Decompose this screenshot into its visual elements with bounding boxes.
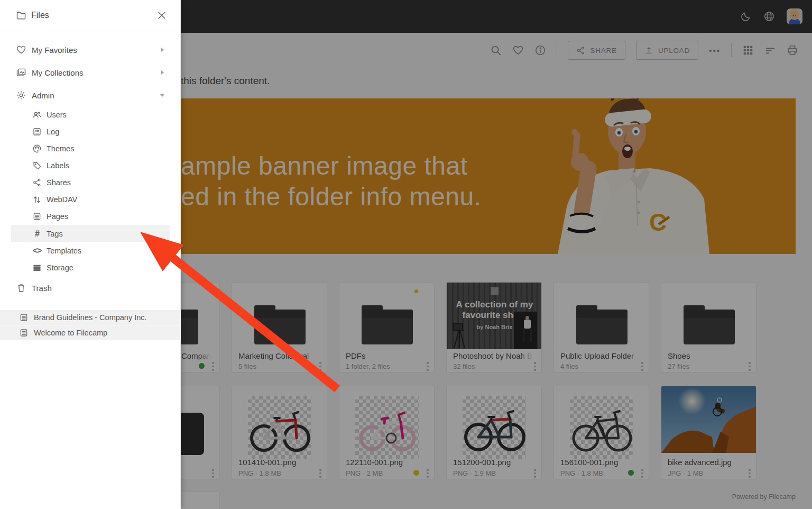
files-drawer: Files My Favorites My Collections — [0, 0, 181, 509]
log-icon — [32, 127, 42, 137]
sidebar-item-label: My Collections — [32, 68, 84, 77]
palette-icon — [32, 144, 42, 153]
code-icon: <> — [32, 246, 42, 256]
sidebar-item-shares[interactable]: Shares — [0, 174, 181, 191]
sidebar-item-label: Admin — [32, 91, 54, 100]
heart-icon — [16, 44, 26, 55]
share-icon — [32, 178, 42, 187]
sidebar-page-label: Welcome to Filecamp — [34, 329, 107, 337]
sidebar-item-label: Tags — [47, 230, 63, 238]
sidebar-item-my-collections[interactable]: My Collections — [0, 63, 181, 81]
tag-icon — [32, 161, 42, 170]
document-icon — [32, 212, 42, 221]
sidebar-item-label: Shares — [47, 178, 71, 187]
sidebar-item-label: WebDAV — [47, 195, 77, 204]
updown-arrows-icon — [32, 195, 42, 204]
sidebar-item-storage[interactable]: Storage — [0, 259, 181, 276]
trash-icon — [16, 283, 26, 293]
sidebar-item-log[interactable]: Log — [0, 123, 181, 140]
sidebar-page-brand-guidelines[interactable]: Brand Guidelines - Company Inc. — [0, 310, 181, 325]
sidebar-item-my-favorites[interactable]: My Favorites — [0, 41, 181, 59]
sidebar-item-trash[interactable]: Trash — [0, 279, 181, 297]
sidebar-item-label: Storage — [47, 263, 73, 272]
sidebar-item-label: Labels — [47, 161, 69, 170]
folder-outline-icon — [16, 10, 26, 21]
chevron-right-icon — [160, 70, 165, 75]
filecamp-app: SHARE UPLOAD ••• — [0, 0, 812, 509]
document-icon — [19, 313, 29, 322]
chevron-down-icon — [160, 93, 165, 98]
sidebar-page-label: Brand Guidelines - Company Inc. — [34, 313, 147, 322]
sidebar-item-label: Themes — [47, 144, 74, 153]
collections-icon — [16, 67, 26, 78]
chevron-right-icon — [160, 47, 165, 52]
close-icon[interactable] — [156, 10, 167, 21]
sidebar-item-label: My Favorites — [32, 46, 77, 54]
gear-icon — [16, 90, 26, 101]
storage-icon — [32, 263, 42, 272]
sidebar-page-welcome[interactable]: Welcome to Filecamp — [0, 325, 181, 340]
sidebar-item-webdav[interactable]: WebDAV — [0, 191, 181, 208]
sidebar-item-label: Trash — [32, 284, 52, 293]
sidebar-item-themes[interactable]: Themes — [0, 140, 181, 157]
drawer-header: Files — [0, 0, 181, 31]
sidebar-item-users[interactable]: Users — [0, 106, 181, 123]
sidebar-item-labels[interactable]: Labels — [0, 157, 181, 174]
sidebar-item-label: Users — [47, 111, 67, 119]
sidebar-item-templates[interactable]: <> Templates — [0, 242, 181, 259]
sidebar-item-admin[interactable]: Admin — [0, 86, 181, 104]
users-icon — [32, 110, 42, 120]
sidebar-item-tags[interactable]: # Tags — [11, 225, 170, 242]
drawer-title: Files — [31, 11, 49, 20]
sidebar-item-label: Log — [47, 128, 59, 136]
document-icon — [19, 328, 29, 338]
hash-icon: # — [32, 229, 42, 239]
sidebar-item-pages[interactable]: Pages — [0, 208, 181, 225]
sidebar-item-label: Templates — [47, 247, 81, 255]
sidebar-item-label: Pages — [47, 212, 68, 221]
